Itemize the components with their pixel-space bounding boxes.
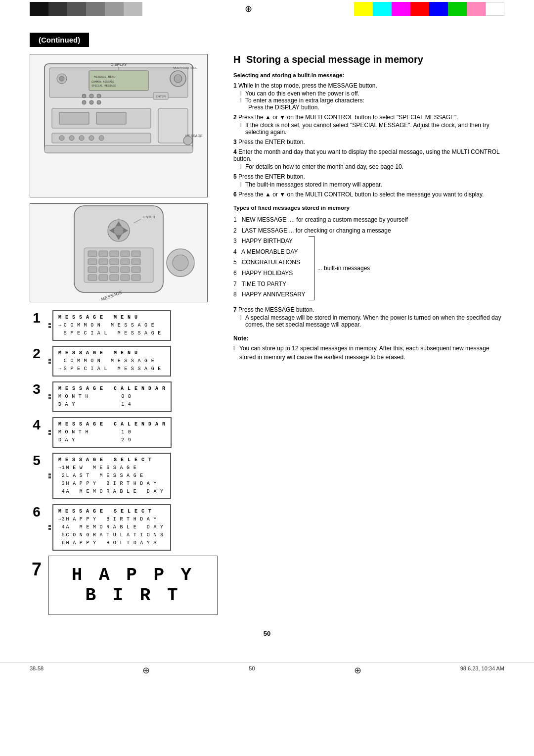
swatch-blue — [429, 2, 448, 16]
svg-text:MESSAGE MENU: MESSAGE MENU — [94, 75, 116, 79]
panel-6-line4: H A P P Y H O L I D A Y S — [66, 539, 157, 547]
svg-rect-53 — [132, 259, 140, 265]
step-1-sublist: l You can do this even when the power is… — [233, 90, 504, 111]
step-4-row: 4 M E S S A G E C A L E N D A R — [30, 417, 218, 448]
main-columns: DISPLAY MESSAGE MENU COMMON MESSAGE SPEC… — [30, 54, 504, 620]
svg-text:ENTER: ENTER — [156, 95, 166, 98]
step-2-sublist: l If the clock is not set, you cannot se… — [233, 122, 504, 136]
footer-left: 38-58 — [30, 665, 44, 675]
swatch-gray3 — [105, 2, 124, 16]
page-number: 50 — [30, 630, 504, 637]
step-7-sublist: l A special message will be stored in me… — [233, 314, 504, 328]
step-1-sub-1: l You can do this even when the power is… — [240, 90, 504, 97]
svg-rect-23 — [96, 112, 126, 124]
panel-2-line2: S P E C I A L M E S S A G E — [64, 365, 161, 373]
step-2-sub-1: l If the clock is not set, you cannot se… — [240, 122, 504, 136]
panel-3-title: M E S S A G E C A L E N D A R — [58, 385, 166, 393]
step-6-panel: M E S S A G E S E L E C T →3 H A P P Y B… — [48, 504, 218, 551]
types-section: Types of fixed messages stored in memory… — [233, 205, 504, 300]
panel-2-arrow2: → — [58, 365, 62, 373]
step-2-text: Press the ▲ or ▼ on the MULTI CONTROL bu… — [238, 114, 458, 121]
panel-4-day-val: 2 9 — [108, 436, 132, 444]
swatch-cyan — [373, 2, 392, 16]
panel-1-screen: M E S S A G E M E N U → C O M M O N M E … — [52, 310, 171, 341]
panel-1-title: M E S S A G E M E N U — [58, 314, 138, 322]
step-5-text: Press the ENTER button. — [238, 173, 305, 180]
panel-6-line2: A M E M O R A B L E D A Y — [66, 523, 164, 531]
step-3-panel: M E S S A G E C A L E N D A R M O N T H … — [48, 381, 218, 412]
svg-rect-55 — [99, 267, 108, 273]
panel-4-screen: M E S S A G E C A L E N D A R M O N T H … — [52, 417, 172, 448]
panel-5-line1: N E W M E S S A G E — [66, 464, 137, 472]
registration-mark-bottom — [141, 665, 151, 675]
step-5-panel: M E S S A G E S E L E C T →1 N E W M E S… — [48, 453, 218, 499]
types-builtin-group: 3 HAPPY BIRTHDAY 4 A MEMORABLE DAY 5 CON… — [233, 236, 408, 300]
panel-2-screen: M E S S A G E M E N U C O M M O N M E S … — [52, 346, 171, 377]
panel-4-title: M E S S A G E C A L E N D A R — [58, 421, 166, 428]
step-3-text: Press the ENTER button. — [238, 139, 305, 145]
panel-1-line2: S P E C I A L M E S S A G E — [64, 330, 161, 337]
svg-text:DISPLAY: DISPLAY — [110, 62, 127, 67]
panel-5-line2: L A S T M E S S A G E — [66, 472, 143, 480]
svg-point-27 — [69, 136, 74, 141]
svg-point-9 — [59, 76, 64, 81]
panel-1-space1 — [58, 330, 62, 337]
svg-rect-49 — [88, 259, 97, 265]
step-1-text: While in the stop mode, press the MESSAG… — [238, 82, 377, 89]
step-6-num: 6 — [233, 191, 237, 198]
panel-6-line1: H A P P Y B I R T H D A Y — [66, 516, 157, 523]
svg-point-32 — [183, 136, 192, 145]
footer: 38-58 50 98.6.23, 10:34 AM — [0, 662, 534, 678]
panel-3-month-label: M O N T H — [58, 393, 108, 401]
panel-5-title: M E S S A G E S E L E C T — [58, 456, 152, 464]
steps-container: 1 M E S S A G E M E N U — [30, 310, 218, 615]
step-6-row: 6 M E S S A G E S E L E C T — [30, 504, 218, 551]
panel-4-month-label: M O N T H — [58, 428, 108, 436]
svg-rect-63 — [132, 275, 140, 281]
builtin-label: ... built-in messages — [314, 236, 370, 300]
swatch-pink — [467, 2, 486, 16]
panel-5-arrow1: →1 — [58, 464, 65, 472]
type-item-1: 1 NEW MESSAGE .... for creating a custom… — [233, 215, 408, 226]
instruction-step-5: 5 Press the ENTER button. l The built-in… — [233, 173, 504, 188]
panel-6-title: M E S S A G E S E L E C T — [58, 508, 152, 516]
svg-rect-56 — [110, 267, 119, 273]
type-item-3: 3 HAPPY BIRTHDAY — [233, 236, 306, 247]
svg-point-13 — [82, 94, 86, 98]
svg-point-17 — [89, 100, 93, 104]
panel-2-title: M E S S A G E M E N U — [58, 349, 138, 357]
panel-3-screen: M E S S A G E C A L E N D A R M O N T H … — [52, 381, 172, 412]
panel-5-line3: H A P P Y B I R T H D A Y — [66, 480, 157, 488]
svg-text:ENTER: ENTER — [143, 215, 155, 219]
selecting-subtitle: Selecting and storing a built-in message… — [233, 72, 504, 78]
panel-5-space4: 4 — [58, 488, 65, 496]
types-subtitle: Types of fixed messages stored in memory — [233, 205, 504, 211]
svg-point-66 — [173, 255, 188, 271]
panel-6-arrow3: →3 — [58, 516, 65, 523]
section-letter: H — [233, 54, 240, 65]
types-list-container: 1 NEW MESSAGE .... for creating a custom… — [233, 215, 504, 300]
svg-point-28 — [79, 136, 84, 141]
type-item-8: 8 HAPPY ANNIVERSARY — [233, 289, 306, 300]
page-content: (Continued) DISPLAY MESSAGE MENU — [0, 23, 534, 657]
step-3-row: 3 M E S S A G E C A L E N D A R — [30, 381, 218, 412]
panel-6-space6: 6 — [58, 539, 65, 547]
svg-rect-61 — [110, 275, 119, 281]
step-2-number: 2 — [30, 347, 44, 361]
svg-text:SPECIAL MESSAGE: SPECIAL MESSAGE — [91, 84, 116, 88]
step-5-number: 5 — [30, 454, 44, 468]
note-section: Note: You can store up to 12 special mes… — [233, 335, 504, 362]
svg-text:MULTI CONTROL: MULTI CONTROL — [173, 66, 197, 69]
device-svg-top: DISPLAY MESSAGE MENU COMMON MESSAGE SPEC… — [35, 59, 203, 192]
top-bar — [0, 0, 534, 18]
step-7-number: 7 — [30, 561, 44, 578]
bracket-container — [306, 236, 314, 300]
section-title: H Storing a special message in memory — [233, 54, 504, 65]
panel-6-space4: 4 — [58, 523, 65, 531]
svg-point-26 — [59, 136, 64, 141]
svg-rect-51 — [110, 259, 119, 265]
right-swatch-group — [354, 2, 504, 16]
swatch-gray4 — [124, 2, 142, 16]
svg-rect-50 — [99, 259, 108, 265]
note-item-1: You can store up to 12 special messages … — [233, 344, 504, 362]
